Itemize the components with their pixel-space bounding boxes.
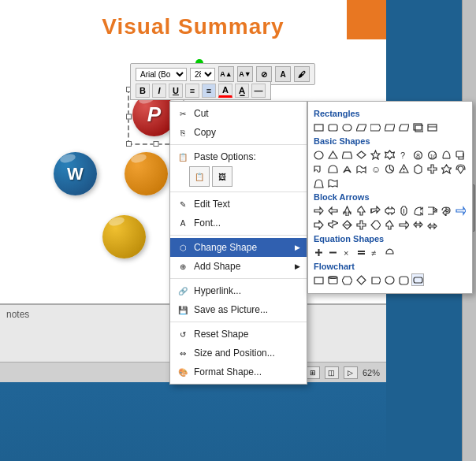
- basic-shape-6[interactable]: [383, 148, 396, 161]
- arrow-8[interactable]: [411, 204, 424, 217]
- basic-shape-3[interactable]: [340, 148, 353, 161]
- arrow-19[interactable]: [411, 218, 424, 231]
- font-size-select[interactable]: 28: [190, 68, 215, 81]
- basic-shape-5[interactable]: [369, 148, 381, 161]
- text-effects-button[interactable]: A: [275, 66, 291, 82]
- menu-item-cut[interactable]: ✂ Cut: [170, 104, 307, 123]
- font-family-select[interactable]: Arial (Bo: [136, 68, 187, 81]
- eq-shape-1[interactable]: [312, 246, 325, 258]
- font-shrink-button[interactable]: A▼: [237, 66, 253, 82]
- flow-shape-8[interactable]: [411, 273, 424, 286]
- rect-shape-3[interactable]: [340, 121, 353, 133]
- menu-item-add-shape[interactable]: ⊕ Add Shape ▶: [170, 257, 307, 276]
- basic-shape-10[interactable]: [440, 148, 452, 161]
- basic-shape-4[interactable]: [355, 148, 367, 161]
- copy-format-button[interactable]: 🖌: [294, 66, 310, 82]
- flow-shape-7[interactable]: [397, 273, 410, 286]
- arrow-6[interactable]: [383, 204, 396, 217]
- handle-bl[interactable]: [126, 141, 132, 147]
- basic-shape-17[interactable]: [383, 162, 396, 175]
- eq-shape-3[interactable]: ×: [340, 246, 353, 258]
- flow-shape-6[interactable]: [383, 273, 396, 286]
- arrow-4[interactable]: [355, 204, 367, 217]
- arrow-7[interactable]: [397, 204, 410, 217]
- bold-button[interactable]: B: [136, 84, 150, 98]
- handle-lm[interactable]: [126, 114, 132, 120]
- basic-shape-12[interactable]: [312, 162, 325, 175]
- arrow-20[interactable]: [426, 218, 438, 231]
- basic-shape-24[interactable]: [326, 177, 339, 189]
- menu-item-reset-shape[interactable]: ↺ Reset Shape: [170, 325, 307, 344]
- eq-shape-4[interactable]: [355, 246, 367, 258]
- flow-shape-4[interactable]: [355, 273, 367, 286]
- highlight-button[interactable]: A̲: [235, 84, 249, 98]
- handle-bm[interactable]: [154, 141, 159, 147]
- arrow-2[interactable]: [326, 204, 339, 217]
- basic-shape-14[interactable]: [340, 162, 353, 175]
- basic-shape-22[interactable]: [454, 162, 467, 175]
- basic-shape-18[interactable]: [397, 162, 410, 175]
- flow-shape-1[interactable]: [312, 273, 325, 286]
- arrow-10[interactable]: [440, 204, 452, 217]
- rect-shape-5[interactable]: [369, 121, 381, 133]
- arrow-1[interactable]: [312, 204, 325, 217]
- arrow-5[interactable]: [369, 204, 381, 217]
- italic-button[interactable]: I: [152, 84, 166, 98]
- flow-shape-3[interactable]: [340, 273, 353, 286]
- slide-sorter-button[interactable]: ⊞: [306, 366, 320, 379]
- rect-shape-2[interactable]: [326, 121, 339, 133]
- rect-shape-8[interactable]: [411, 121, 424, 133]
- menu-item-change-shape[interactable]: ⬡ Change Shape ▶: [170, 238, 307, 257]
- arrow-16[interactable]: [369, 218, 381, 231]
- rect-shape-1[interactable]: [312, 121, 325, 133]
- arrow-14[interactable]: [340, 218, 353, 231]
- arrow-13[interactable]: [326, 218, 339, 231]
- reading-view-button[interactable]: ◫: [325, 366, 339, 379]
- arrow-12[interactable]: [312, 218, 325, 231]
- basic-shape-9[interactable]: 10: [426, 148, 438, 161]
- basic-shape-21[interactable]: [440, 162, 452, 175]
- arrow-18[interactable]: [397, 218, 410, 231]
- arrow-17[interactable]: [383, 218, 396, 231]
- rect-shape-7[interactable]: [397, 121, 410, 133]
- menu-item-save-picture[interactable]: 💾 Save as Picture...: [170, 300, 307, 319]
- menu-item-edit-text[interactable]: ✎ Edit Text: [170, 195, 307, 214]
- menu-item-paste-options[interactable]: 📋 Paste Options:: [170, 147, 307, 164]
- eq-shape-5[interactable]: ≠: [369, 246, 381, 258]
- menu-item-font[interactable]: A Font...: [170, 214, 307, 232]
- flow-shape-5[interactable]: [369, 273, 381, 286]
- menu-item-hyperlink[interactable]: 🔗 Hyperlink...: [170, 281, 307, 300]
- basic-shape-23[interactable]: [312, 177, 325, 189]
- align-center-button[interactable]: ≡: [202, 84, 216, 98]
- basic-shape-13[interactable]: [326, 162, 339, 175]
- slideshow-button[interactable]: ▷: [344, 366, 358, 379]
- basic-shape-20[interactable]: [426, 162, 438, 175]
- paste-button-2[interactable]: 🖼: [212, 166, 232, 187]
- rect-shape-6[interactable]: [383, 121, 396, 133]
- clear-format-button[interactable]: ⊘: [256, 66, 272, 82]
- menu-item-copy[interactable]: ⎘ Copy: [170, 123, 307, 142]
- flow-shape-2[interactable]: [326, 273, 339, 286]
- arrow-9[interactable]: [426, 204, 438, 217]
- basic-shape-8[interactable]: 8: [411, 148, 424, 161]
- menu-item-format-shape[interactable]: 🎨 Format Shape...: [170, 362, 307, 381]
- eq-shape-2[interactable]: [326, 246, 339, 258]
- arrow-3[interactable]: [340, 204, 353, 217]
- underline-button[interactable]: U: [169, 84, 183, 98]
- basic-shape-2[interactable]: [326, 148, 339, 161]
- arrow-11[interactable]: [454, 204, 467, 217]
- basic-shape-11[interactable]: [454, 148, 467, 161]
- basic-shape-16[interactable]: ☺: [369, 162, 381, 175]
- basic-shape-7[interactable]: ?: [397, 148, 410, 161]
- basic-shape-19[interactable]: [411, 162, 424, 175]
- line-button[interactable]: —: [251, 84, 266, 98]
- rect-shape-4[interactable]: [355, 121, 367, 133]
- font-color-button[interactable]: A: [218, 84, 232, 98]
- font-grow-button[interactable]: A▲: [218, 66, 234, 82]
- eq-shape-6[interactable]: [383, 246, 396, 258]
- align-left-button[interactable]: ≡: [185, 84, 199, 98]
- basic-shape-15[interactable]: [355, 162, 367, 175]
- basic-shape-1[interactable]: [312, 148, 325, 161]
- paste-button-1[interactable]: 📋: [189, 166, 210, 187]
- arrow-15[interactable]: [355, 218, 367, 231]
